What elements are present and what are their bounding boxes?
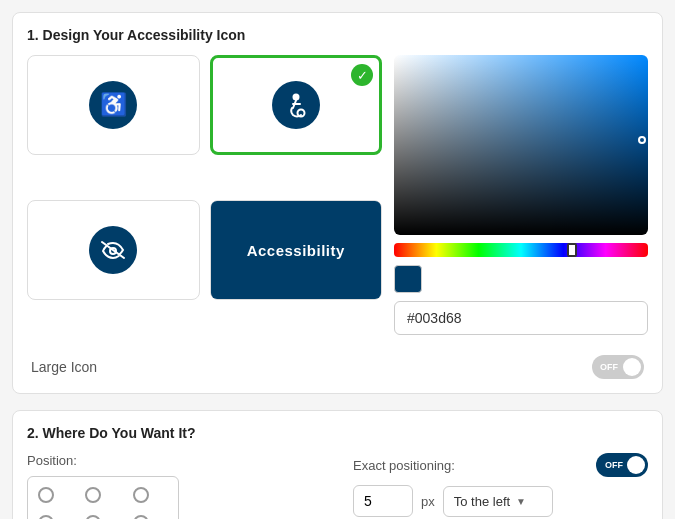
pos-radio-1-2[interactable] (133, 515, 149, 519)
chevron-down-icon: ▼ (516, 496, 526, 507)
toggle-knob (623, 358, 641, 376)
exact-header: Exact positioning: OFF (353, 453, 648, 477)
pos-radio-0-0[interactable] (38, 487, 54, 503)
toggle-off-label: OFF (600, 362, 618, 372)
exact-toggle[interactable]: OFF (596, 453, 648, 477)
pos-radio-0-2[interactable] (133, 487, 149, 503)
direction-label: To the left (454, 494, 510, 509)
large-icon-row: Large Icon OFF (27, 347, 648, 379)
exact-toggle-label: OFF (605, 460, 623, 470)
design-section: 1. Design Your Accessibility Icon ♿ ✓ (12, 12, 663, 394)
icon-card-2[interactable]: ✓ (210, 55, 383, 155)
icon-card-1[interactable]: ♿ (27, 55, 200, 155)
exact-toggle-knob (627, 456, 645, 474)
position-label: Position: (27, 453, 337, 468)
position-grid-container (27, 476, 179, 519)
color-hex-input[interactable] (394, 301, 648, 335)
design-title: 1. Design Your Accessibility Icon (27, 27, 648, 43)
icon-card-4[interactable]: Accessibility (210, 200, 383, 300)
wheelchair-static-icon: ♿ (89, 81, 137, 129)
wheelchair-dynamic-icon (272, 81, 320, 129)
exact-label: Exact positioning: (353, 458, 455, 473)
selected-checkmark: ✓ (351, 64, 373, 86)
design-top: ♿ ✓ (27, 55, 648, 335)
px-unit: px (421, 494, 435, 509)
color-swatch (394, 265, 422, 293)
hue-slider[interactable] (394, 243, 648, 257)
large-icon-toggle[interactable]: OFF (592, 355, 644, 379)
hue-slider-handle[interactable] (567, 243, 577, 257)
direction-select[interactable]: To the left ▼ (443, 486, 553, 517)
accessibility-button[interactable]: Accessibility (211, 201, 382, 299)
position-grid (38, 487, 168, 519)
icon-card-3[interactable] (27, 200, 200, 300)
large-icon-label: Large Icon (31, 359, 97, 375)
icons-grid: ♿ ✓ (27, 55, 382, 335)
pos-radio-0-1[interactable] (85, 487, 101, 503)
where-title: 2. Where Do You Want It? (27, 425, 648, 441)
pos-radio-1-1[interactable] (85, 515, 101, 519)
px-row: px To the left ▼ (353, 485, 648, 517)
position-row: Position: (27, 453, 648, 519)
px-input[interactable] (353, 485, 413, 517)
color-gradient[interactable] (394, 55, 648, 235)
pos-radio-1-0[interactable] (38, 515, 54, 519)
where-section: 2. Where Do You Want It? Position: (12, 410, 663, 519)
color-swatch-row (394, 265, 648, 293)
color-picker-area (394, 55, 648, 335)
page-container: 1. Design Your Accessibility Icon ♿ ✓ (12, 12, 663, 519)
eye-disabled-icon (89, 226, 137, 274)
exact-positioning: Exact positioning: OFF px To the left ▼ (353, 453, 648, 519)
position-left: Position: (27, 453, 337, 519)
color-gradient-handle[interactable] (638, 136, 646, 144)
svg-point-0 (292, 94, 299, 101)
